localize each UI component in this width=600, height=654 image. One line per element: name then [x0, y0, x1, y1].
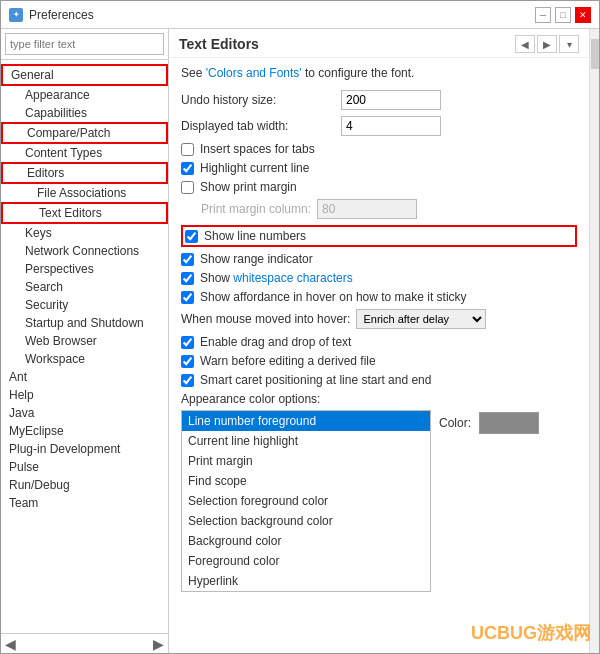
sidebar-item-help[interactable]: Help — [1, 386, 168, 404]
sidebar-item-plugin-development[interactable]: Plug-in Development — [1, 440, 168, 458]
sidebar-item-team[interactable]: Team — [1, 494, 168, 512]
window-title: Preferences — [29, 8, 94, 22]
print-margin-label: Print margin column: — [201, 202, 311, 216]
show-line-numbers-row: Show line numbers — [181, 225, 577, 247]
warn-before-label[interactable]: Warn before editing a derived file — [200, 354, 376, 368]
sidebar-forward-button[interactable]: ▶ — [153, 636, 164, 652]
tab-label: Displayed tab width: — [181, 119, 341, 133]
show-range-label[interactable]: Show range indicator — [200, 252, 313, 266]
main-panel: Text Editors ◀ ▶ ▾ See 'Colors and Fonts… — [169, 29, 589, 653]
sidebar-item-perspectives[interactable]: Perspectives — [1, 260, 168, 278]
smart-caret-checkbox[interactable] — [181, 374, 194, 387]
enable-drag-checkbox[interactable] — [181, 336, 194, 349]
color-item-background[interactable]: Background color — [182, 531, 430, 551]
insert-spaces-checkbox[interactable] — [181, 143, 194, 156]
sidebar-item-myeclipse[interactable]: MyEclipse — [1, 422, 168, 440]
scrollbar-thumb[interactable] — [591, 39, 599, 69]
undo-row: Undo history size: — [181, 90, 577, 110]
sidebar-tree: General Appearance Capabilities Compare/… — [1, 60, 168, 633]
show-affordance-row: Show affordance in hover on how to make … — [181, 290, 577, 304]
sidebar-item-editors[interactable]: Editors — [1, 162, 168, 184]
color-label: Color: — [439, 416, 471, 430]
show-affordance-checkbox[interactable] — [181, 291, 194, 304]
sidebar-item-java[interactable]: Java — [1, 404, 168, 422]
scrollbar-track[interactable] — [589, 29, 599, 653]
print-margin-input[interactable] — [317, 199, 417, 219]
color-item-hyperlink[interactable]: Hyperlink — [182, 571, 430, 591]
insert-spaces-row: Insert spaces for tabs — [181, 142, 577, 156]
show-line-numbers-label[interactable]: Show line numbers — [204, 229, 306, 243]
sidebar-item-run-debug[interactable]: Run/Debug — [1, 476, 168, 494]
sidebar-item-security[interactable]: Security — [1, 296, 168, 314]
smart-caret-label[interactable]: Smart caret positioning at line start an… — [200, 373, 431, 387]
appearance-section-label: Appearance color options: — [181, 392, 577, 406]
show-whitespace-checkbox[interactable] — [181, 272, 194, 285]
color-item-foreground[interactable]: Foreground color — [182, 551, 430, 571]
sidebar-item-startup[interactable]: Startup and Shutdown — [1, 314, 168, 332]
color-item-selection-bg[interactable]: Selection background color — [182, 511, 430, 531]
insert-spaces-label[interactable]: Insert spaces for tabs — [200, 142, 315, 156]
highlight-line-row: Highlight current line — [181, 161, 577, 175]
sidebar-item-appearance[interactable]: Appearance — [1, 86, 168, 104]
show-range-checkbox[interactable] — [181, 253, 194, 266]
color-item-selection-fg[interactable]: Selection foreground color — [182, 491, 430, 511]
tab-row: Displayed tab width: — [181, 116, 577, 136]
show-range-row: Show range indicator — [181, 252, 577, 266]
sidebar-item-compare-patch[interactable]: Compare/Patch — [1, 122, 168, 144]
search-input[interactable] — [5, 33, 164, 55]
highlight-line-checkbox[interactable] — [181, 162, 194, 175]
sidebar-item-general[interactable]: General — [1, 64, 168, 86]
hover-label: When mouse moved into hover: — [181, 312, 350, 326]
panel-nav: ◀ ▶ ▾ — [515, 35, 579, 53]
sidebar-item-workspace[interactable]: Workspace — [1, 350, 168, 368]
warn-before-checkbox[interactable] — [181, 355, 194, 368]
sidebar-bottom: ◀ ▶ — [1, 633, 168, 653]
sidebar-back-button[interactable]: ◀ — [5, 636, 16, 652]
color-item-find-scope[interactable]: Find scope — [182, 471, 430, 491]
enable-drag-label[interactable]: Enable drag and drop of text — [200, 335, 351, 349]
sidebar-item-file-associations[interactable]: File Associations — [1, 184, 168, 202]
nav-back-button[interactable]: ◀ — [515, 35, 535, 53]
color-row: Color: — [439, 412, 539, 434]
title-bar: ✦ Preferences ─ □ ✕ — [1, 1, 599, 29]
color-list: Line number foreground Current line high… — [181, 410, 431, 592]
sidebar-item-keys[interactable]: Keys — [1, 224, 168, 242]
sidebar-item-text-editors[interactable]: Text Editors — [1, 202, 168, 224]
sidebar-item-capabilities[interactable]: Capabilities — [1, 104, 168, 122]
color-item-line-number-fg[interactable]: Line number foreground — [182, 411, 430, 431]
maximize-button[interactable]: □ — [555, 7, 571, 23]
close-button[interactable]: ✕ — [575, 7, 591, 23]
sidebar-item-ant[interactable]: Ant — [1, 368, 168, 386]
sidebar-item-web-browser[interactable]: Web Browser — [1, 332, 168, 350]
panel-title: Text Editors — [179, 36, 259, 52]
show-whitespace-label[interactable]: Show whitespace characters — [200, 271, 353, 285]
subtitle-text: See — [181, 66, 206, 80]
show-print-label[interactable]: Show print margin — [200, 180, 297, 194]
color-item-current-line[interactable]: Current line highlight — [182, 431, 430, 451]
panel-content: See 'Colors and Fonts' to configure the … — [169, 58, 589, 653]
panel-header: Text Editors ◀ ▶ ▾ — [169, 29, 589, 58]
search-box[interactable] — [1, 29, 168, 60]
window-controls: ─ □ ✕ — [535, 7, 591, 23]
nav-forward-button[interactable]: ▶ — [537, 35, 557, 53]
hover-select[interactable]: Enrich after delay Enrich immediately Ne… — [356, 309, 486, 329]
sidebar-item-content-types[interactable]: Content Types — [1, 144, 168, 162]
show-affordance-label[interactable]: Show affordance in hover on how to make … — [200, 290, 467, 304]
highlight-line-label[interactable]: Highlight current line — [200, 161, 309, 175]
whitespace-link[interactable]: whitespace characters — [233, 271, 352, 285]
warn-before-row: Warn before editing a derived file — [181, 354, 577, 368]
hover-row: When mouse moved into hover: Enrich afte… — [181, 309, 577, 329]
color-swatch[interactable] — [479, 412, 539, 434]
undo-input[interactable] — [341, 90, 441, 110]
tab-input[interactable] — [341, 116, 441, 136]
sidebar-item-network-connections[interactable]: Network Connections — [1, 242, 168, 260]
sidebar-item-search[interactable]: Search — [1, 278, 168, 296]
minimize-button[interactable]: ─ — [535, 7, 551, 23]
nav-dropdown-button[interactable]: ▾ — [559, 35, 579, 53]
color-options-container: Line number foreground Current line high… — [181, 410, 577, 596]
sidebar-item-pulse[interactable]: Pulse — [1, 458, 168, 476]
show-print-checkbox[interactable] — [181, 181, 194, 194]
color-item-print-margin[interactable]: Print margin — [182, 451, 430, 471]
show-line-numbers-checkbox[interactable] — [185, 230, 198, 243]
colors-fonts-link[interactable]: 'Colors and Fonts' — [206, 66, 302, 80]
